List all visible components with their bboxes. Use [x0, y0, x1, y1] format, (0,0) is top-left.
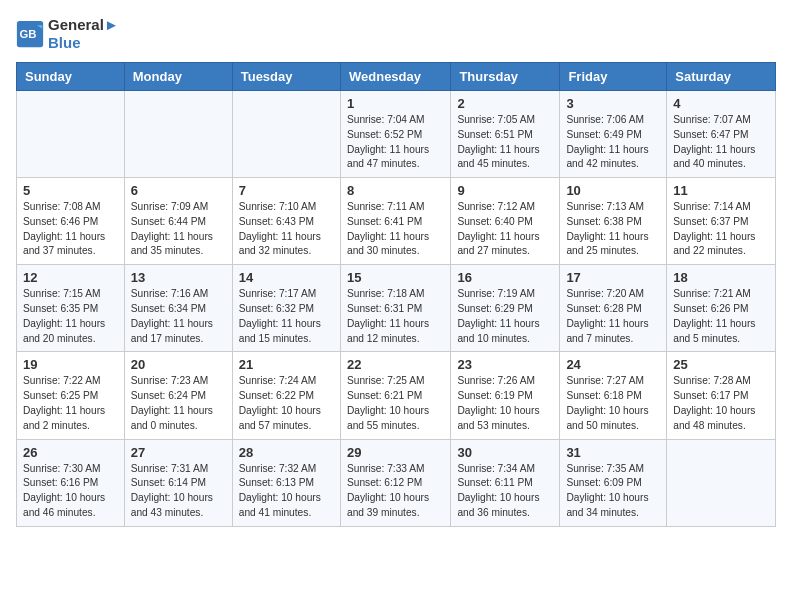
calendar-table: SundayMondayTuesdayWednesdayThursdayFrid… [16, 62, 776, 527]
weekday-header-wednesday: Wednesday [340, 63, 450, 91]
calendar-cell: 30Sunrise: 7:34 AM Sunset: 6:11 PM Dayli… [451, 439, 560, 526]
calendar-cell: 18Sunrise: 7:21 AM Sunset: 6:26 PM Dayli… [667, 265, 776, 352]
day-number: 7 [239, 183, 334, 198]
day-info: Sunrise: 7:30 AM Sunset: 6:16 PM Dayligh… [23, 462, 118, 521]
day-info: Sunrise: 7:19 AM Sunset: 6:29 PM Dayligh… [457, 287, 553, 346]
day-number: 19 [23, 357, 118, 372]
day-number: 6 [131, 183, 226, 198]
calendar-cell: 3Sunrise: 7:06 AM Sunset: 6:49 PM Daylig… [560, 91, 667, 178]
calendar-cell: 4Sunrise: 7:07 AM Sunset: 6:47 PM Daylig… [667, 91, 776, 178]
calendar-cell: 13Sunrise: 7:16 AM Sunset: 6:34 PM Dayli… [124, 265, 232, 352]
day-info: Sunrise: 7:17 AM Sunset: 6:32 PM Dayligh… [239, 287, 334, 346]
day-info: Sunrise: 7:07 AM Sunset: 6:47 PM Dayligh… [673, 113, 769, 172]
calendar-cell: 24Sunrise: 7:27 AM Sunset: 6:18 PM Dayli… [560, 352, 667, 439]
day-number: 3 [566, 96, 660, 111]
day-number: 14 [239, 270, 334, 285]
calendar-cell: 21Sunrise: 7:24 AM Sunset: 6:22 PM Dayli… [232, 352, 340, 439]
calendar-cell: 28Sunrise: 7:32 AM Sunset: 6:13 PM Dayli… [232, 439, 340, 526]
day-number: 21 [239, 357, 334, 372]
day-info: Sunrise: 7:11 AM Sunset: 6:41 PM Dayligh… [347, 200, 444, 259]
calendar-cell: 10Sunrise: 7:13 AM Sunset: 6:38 PM Dayli… [560, 178, 667, 265]
calendar-cell: 22Sunrise: 7:25 AM Sunset: 6:21 PM Dayli… [340, 352, 450, 439]
calendar-week-4: 19Sunrise: 7:22 AM Sunset: 6:25 PM Dayli… [17, 352, 776, 439]
day-info: Sunrise: 7:18 AM Sunset: 6:31 PM Dayligh… [347, 287, 444, 346]
day-info: Sunrise: 7:35 AM Sunset: 6:09 PM Dayligh… [566, 462, 660, 521]
day-info: Sunrise: 7:12 AM Sunset: 6:40 PM Dayligh… [457, 200, 553, 259]
day-number: 18 [673, 270, 769, 285]
calendar-cell: 27Sunrise: 7:31 AM Sunset: 6:14 PM Dayli… [124, 439, 232, 526]
calendar-cell [232, 91, 340, 178]
calendar-cell: 16Sunrise: 7:19 AM Sunset: 6:29 PM Dayli… [451, 265, 560, 352]
logo: GB General► Blue [16, 16, 119, 52]
day-info: Sunrise: 7:20 AM Sunset: 6:28 PM Dayligh… [566, 287, 660, 346]
calendar-cell: 9Sunrise: 7:12 AM Sunset: 6:40 PM Daylig… [451, 178, 560, 265]
day-number: 25 [673, 357, 769, 372]
weekday-header-saturday: Saturday [667, 63, 776, 91]
weekday-header-tuesday: Tuesday [232, 63, 340, 91]
day-number: 30 [457, 445, 553, 460]
day-info: Sunrise: 7:31 AM Sunset: 6:14 PM Dayligh… [131, 462, 226, 521]
day-info: Sunrise: 7:04 AM Sunset: 6:52 PM Dayligh… [347, 113, 444, 172]
calendar-cell: 7Sunrise: 7:10 AM Sunset: 6:43 PM Daylig… [232, 178, 340, 265]
weekday-header-sunday: Sunday [17, 63, 125, 91]
calendar-cell [667, 439, 776, 526]
calendar-cell: 26Sunrise: 7:30 AM Sunset: 6:16 PM Dayli… [17, 439, 125, 526]
day-info: Sunrise: 7:21 AM Sunset: 6:26 PM Dayligh… [673, 287, 769, 346]
calendar-cell: 8Sunrise: 7:11 AM Sunset: 6:41 PM Daylig… [340, 178, 450, 265]
day-number: 4 [673, 96, 769, 111]
day-info: Sunrise: 7:14 AM Sunset: 6:37 PM Dayligh… [673, 200, 769, 259]
day-number: 20 [131, 357, 226, 372]
calendar-cell: 12Sunrise: 7:15 AM Sunset: 6:35 PM Dayli… [17, 265, 125, 352]
calendar-cell: 6Sunrise: 7:09 AM Sunset: 6:44 PM Daylig… [124, 178, 232, 265]
day-number: 15 [347, 270, 444, 285]
calendar-cell: 2Sunrise: 7:05 AM Sunset: 6:51 PM Daylig… [451, 91, 560, 178]
day-info: Sunrise: 7:09 AM Sunset: 6:44 PM Dayligh… [131, 200, 226, 259]
calendar-week-5: 26Sunrise: 7:30 AM Sunset: 6:16 PM Dayli… [17, 439, 776, 526]
day-number: 8 [347, 183, 444, 198]
calendar-cell: 5Sunrise: 7:08 AM Sunset: 6:46 PM Daylig… [17, 178, 125, 265]
calendar-cell: 25Sunrise: 7:28 AM Sunset: 6:17 PM Dayli… [667, 352, 776, 439]
weekday-header-thursday: Thursday [451, 63, 560, 91]
day-number: 27 [131, 445, 226, 460]
day-info: Sunrise: 7:32 AM Sunset: 6:13 PM Dayligh… [239, 462, 334, 521]
day-info: Sunrise: 7:27 AM Sunset: 6:18 PM Dayligh… [566, 374, 660, 433]
day-number: 24 [566, 357, 660, 372]
calendar-cell [17, 91, 125, 178]
day-info: Sunrise: 7:23 AM Sunset: 6:24 PM Dayligh… [131, 374, 226, 433]
calendar-week-3: 12Sunrise: 7:15 AM Sunset: 6:35 PM Dayli… [17, 265, 776, 352]
logo-icon: GB [16, 20, 44, 48]
day-number: 22 [347, 357, 444, 372]
day-info: Sunrise: 7:26 AM Sunset: 6:19 PM Dayligh… [457, 374, 553, 433]
day-number: 10 [566, 183, 660, 198]
day-number: 12 [23, 270, 118, 285]
day-number: 2 [457, 96, 553, 111]
calendar-week-2: 5Sunrise: 7:08 AM Sunset: 6:46 PM Daylig… [17, 178, 776, 265]
day-number: 28 [239, 445, 334, 460]
day-number: 31 [566, 445, 660, 460]
calendar-cell: 20Sunrise: 7:23 AM Sunset: 6:24 PM Dayli… [124, 352, 232, 439]
day-info: Sunrise: 7:10 AM Sunset: 6:43 PM Dayligh… [239, 200, 334, 259]
day-info: Sunrise: 7:05 AM Sunset: 6:51 PM Dayligh… [457, 113, 553, 172]
day-number: 29 [347, 445, 444, 460]
calendar-cell: 15Sunrise: 7:18 AM Sunset: 6:31 PM Dayli… [340, 265, 450, 352]
day-info: Sunrise: 7:22 AM Sunset: 6:25 PM Dayligh… [23, 374, 118, 433]
day-number: 9 [457, 183, 553, 198]
calendar-cell: 23Sunrise: 7:26 AM Sunset: 6:19 PM Dayli… [451, 352, 560, 439]
calendar-cell: 29Sunrise: 7:33 AM Sunset: 6:12 PM Dayli… [340, 439, 450, 526]
weekday-header-friday: Friday [560, 63, 667, 91]
calendar-cell: 31Sunrise: 7:35 AM Sunset: 6:09 PM Dayli… [560, 439, 667, 526]
calendar-cell: 17Sunrise: 7:20 AM Sunset: 6:28 PM Dayli… [560, 265, 667, 352]
day-info: Sunrise: 7:15 AM Sunset: 6:35 PM Dayligh… [23, 287, 118, 346]
calendar-header: SundayMondayTuesdayWednesdayThursdayFrid… [17, 63, 776, 91]
day-number: 17 [566, 270, 660, 285]
day-info: Sunrise: 7:25 AM Sunset: 6:21 PM Dayligh… [347, 374, 444, 433]
day-number: 16 [457, 270, 553, 285]
day-info: Sunrise: 7:24 AM Sunset: 6:22 PM Dayligh… [239, 374, 334, 433]
day-number: 11 [673, 183, 769, 198]
page-header: GB General► Blue [16, 16, 776, 52]
svg-text:GB: GB [20, 28, 37, 40]
calendar-cell [124, 91, 232, 178]
logo-text: General► Blue [48, 16, 119, 52]
day-number: 5 [23, 183, 118, 198]
calendar-week-1: 1Sunrise: 7:04 AM Sunset: 6:52 PM Daylig… [17, 91, 776, 178]
